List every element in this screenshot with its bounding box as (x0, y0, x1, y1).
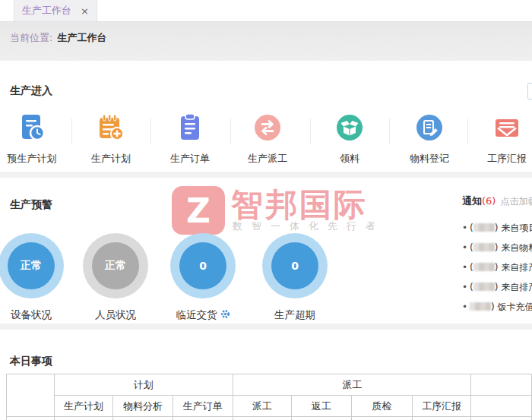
clipboard-icon (175, 112, 205, 143)
redacted-name (470, 302, 491, 311)
divider (71, 118, 72, 144)
gauge-ring: 0 (170, 233, 236, 298)
entry-pre-production-plan[interactable]: 预生产计划 (0, 112, 68, 166)
section-title-alert: 生产预警 (10, 198, 52, 212)
col-header (471, 396, 532, 417)
entry-production-plan[interactable]: 生产计划 (74, 112, 147, 166)
divider (150, 118, 151, 144)
gauge-value: 正常 (92, 242, 139, 289)
col-header: 返工 (291, 396, 351, 417)
entry-label: 生产订单 (154, 152, 226, 166)
gauge-value: 0 (271, 242, 318, 289)
col-header: 生产计划 (54, 396, 113, 417)
section-divider (0, 324, 532, 330)
breadcrumb-value: 生产工作台 (57, 32, 106, 43)
divider (310, 118, 311, 144)
tab-bar: 生产工作台 × (0, 0, 532, 21)
notification-item[interactable]: •() 来自排产 (462, 261, 532, 274)
table-row (7, 417, 532, 420)
redacted-name (473, 243, 495, 251)
col-header: 工序汇报 (412, 396, 471, 417)
gauge-ring: 0 (262, 233, 328, 298)
redacted-name (473, 283, 495, 291)
brand-logo: Z (172, 186, 225, 235)
notification-header: 通知(6)点击加载更多 (462, 194, 532, 208)
gauge-delivery-due[interactable]: 0 临近交货 (170, 233, 236, 322)
breadcrumb: 当前位置:生产工作台 (10, 31, 106, 45)
col-header: 物料分析 (113, 396, 173, 417)
group-header-plan: 计划 (54, 374, 233, 396)
notification-item[interactable]: •() 来自物料 (462, 242, 532, 254)
gauge-equipment-status[interactable]: 正常 设备状况 (0, 233, 64, 322)
divider (467, 118, 468, 144)
table-header-row: 生产计划 物料分析 生产订单 派工 返工 质检 工序汇报 (7, 396, 532, 417)
brand-watermark: Z 智邦国际 数智一体化先行者 (172, 186, 392, 236)
entry-material-register[interactable]: 物料登记 (393, 112, 466, 166)
gauge-staff-status[interactable]: 正常 人员状况 (83, 233, 148, 322)
group-header-dispatch: 派工 (233, 374, 471, 396)
tab-production-workbench[interactable]: 生产工作台 × (14, 0, 97, 21)
gauge-label: 生产超期 (262, 308, 328, 322)
bullet-icon: • (462, 223, 467, 233)
entry-label: 生产派工 (231, 152, 304, 166)
section-title-entry: 生产进入 (10, 84, 52, 98)
envelope-icon (492, 112, 522, 143)
redacted-name (473, 263, 495, 271)
gauge-production-overdue[interactable]: 0 生产超期 (262, 233, 328, 322)
notification-panel: 通知(6)点击加载更多 •() 来自项目 •() 来自物料 •() 来自排产 •… (462, 194, 532, 324)
col-header: 派工 (233, 396, 291, 417)
notification-item[interactable]: •() 来自项目 (462, 222, 532, 235)
bullet-icon: • (462, 262, 467, 273)
gauge-value: 正常 (8, 242, 55, 289)
entry-label: 物料登记 (393, 152, 466, 166)
notification-item[interactable]: •) 饭卡充值 (462, 301, 532, 314)
gauge-label: 临近交货 (170, 308, 236, 322)
gauge-label: 设备状况 (0, 308, 64, 322)
bullet-icon: • (462, 302, 467, 312)
bullet-icon: • (462, 282, 467, 292)
document-clock-icon (17, 112, 47, 143)
group-header-truncated (471, 374, 532, 396)
entry-label: 生产计划 (74, 152, 147, 166)
tab-label: 生产工作台 (22, 4, 71, 17)
entry-production-dispatch[interactable]: 生产派工 (231, 112, 304, 166)
entry-material-picking[interactable]: 领料 (313, 112, 386, 166)
production-workbench-screen: 生产工作台 × 当前位置:生产工作台 生产进入 预生产计划 (0, 0, 532, 420)
gauge-value: 0 (179, 242, 226, 289)
swap-arrows-icon (252, 112, 283, 143)
bullet-icon: • (462, 242, 467, 253)
brand-slogan: 数智一体化先行者 (233, 219, 385, 233)
breadcrumb-label: 当前位置: (10, 32, 52, 43)
today-items-table: 计划 派工 生产计划 物料分析 生产订单 派工 返工 质检 工序汇报 (6, 374, 532, 420)
notification-title: 通知 (462, 195, 482, 207)
col-header: 质检 (351, 396, 412, 417)
gauge-ring: 正常 (0, 233, 64, 298)
notification-count: (6) (482, 195, 496, 207)
col-header: 生产订单 (173, 396, 233, 417)
section-title-today: 本日事项 (10, 355, 52, 368)
gauge-ring: 正常 (83, 233, 148, 298)
open-box-icon (334, 112, 365, 143)
divider (389, 118, 390, 144)
load-more-link[interactable]: 点击加载更多 (500, 196, 532, 207)
notification-item[interactable]: •() 来自排产 (462, 281, 532, 294)
entry-process-report[interactable]: 工序汇报 (470, 112, 532, 166)
redacted-name (473, 223, 495, 232)
entry-production-order[interactable]: 生产订单 (154, 112, 226, 166)
row-label-column (7, 374, 55, 417)
breadcrumb-band: 当前位置:生产工作台 (0, 21, 532, 61)
entry-label: 领料 (313, 152, 386, 166)
entry-label: 预生产计划 (0, 152, 68, 166)
close-icon[interactable]: × (76, 5, 89, 17)
calendar-plus-icon (96, 112, 126, 143)
document-pen-icon (414, 112, 445, 143)
table-group-row: 计划 派工 (7, 374, 532, 396)
section-divider (0, 172, 532, 178)
entry-label: 工序汇报 (470, 152, 532, 166)
gear-icon[interactable] (220, 309, 230, 321)
gauge-label: 人员状况 (83, 308, 148, 322)
truncated-input[interactable] (527, 83, 532, 99)
